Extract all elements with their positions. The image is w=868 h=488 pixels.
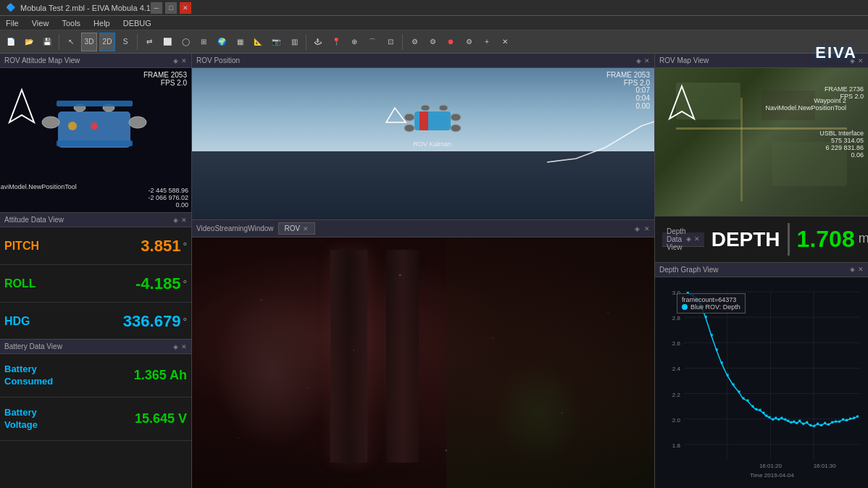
battery-data-view: Battery Data View ◈ ✕ Battery Consumed 1… bbox=[0, 340, 191, 488]
svg-rect-77 bbox=[802, 423, 804, 425]
svg-point-18 bbox=[421, 105, 430, 111]
map-coord-2: 6 229 831.86 bbox=[819, 144, 864, 151]
titlebar-icon: 🔷 bbox=[6, 3, 16, 12]
svg-rect-55 bbox=[721, 361, 723, 363]
settings3-button[interactable]: ⚙ bbox=[461, 33, 477, 51]
svg-rect-89 bbox=[846, 419, 848, 421]
measure-button[interactable]: 📐 bbox=[250, 33, 266, 51]
new-button[interactable]: 📄 bbox=[3, 33, 19, 51]
right-panel: EIVA ROV Map View ◈ ✕ bbox=[654, 54, 868, 488]
rect-button[interactable]: ⬜ bbox=[159, 33, 175, 51]
grid-button[interactable]: ⊞ bbox=[196, 33, 212, 51]
svg-rect-87 bbox=[838, 421, 840, 423]
eiva-logo: EIVA bbox=[815, 43, 857, 62]
crop-button[interactable]: ⊡ bbox=[383, 33, 398, 51]
pitch-value: 3.851 bbox=[44, 237, 180, 256]
menu-view[interactable]: View bbox=[29, 19, 52, 28]
map-rov-arrow bbox=[666, 83, 698, 122]
depth-graph-controls: ◈ ✕ bbox=[850, 266, 864, 273]
svg-rect-71 bbox=[784, 418, 786, 421]
s-button[interactable]: S bbox=[117, 33, 133, 51]
attitude-close-icon[interactable]: ✕ bbox=[181, 216, 187, 224]
svg-point-14 bbox=[404, 114, 414, 121]
svg-text:2.2: 2.2 bbox=[672, 392, 681, 398]
battery-consumed-label: Battery Consumed bbox=[4, 363, 70, 388]
menu-debug[interactable]: DEBUG bbox=[120, 19, 154, 28]
maximize-button[interactable]: □ bbox=[165, 2, 177, 14]
settings2-button[interactable]: ⚙ bbox=[425, 33, 441, 51]
attitude-frame-info: FRAME 2053 FPS 2.0 bbox=[143, 71, 187, 87]
graph-legend-dot bbox=[682, 304, 688, 310]
map-button[interactable]: 🌍 bbox=[214, 33, 230, 51]
svg-text:2.8: 2.8 bbox=[672, 315, 681, 321]
rov-position-view: ROV Position ◈ ✕ bbox=[192, 54, 654, 220]
panel-pin-icon[interactable]: ◈ bbox=[173, 57, 178, 64]
rov-attitude-title: ROV Attitude Map View bbox=[4, 56, 80, 64]
rov-position-title: ROV Position bbox=[196, 56, 240, 64]
titlebar: 🔷 Mobula Test 2.mbl - EIVA Mobula 4.1 ─ … bbox=[0, 0, 868, 16]
svg-rect-64 bbox=[762, 412, 764, 414]
navigate-button[interactable]: ⇄ bbox=[141, 33, 157, 51]
toolbar-sep-2 bbox=[137, 34, 138, 50]
battery-data-controls: ◈ ✕ bbox=[173, 343, 187, 350]
battery-voltage-row: Battery Voltage 15.645 V bbox=[0, 397, 191, 441]
menu-tools[interactable]: Tools bbox=[59, 19, 83, 28]
pin-button[interactable]: 📍 bbox=[328, 33, 344, 51]
svg-rect-57 bbox=[733, 383, 735, 385]
layers-button[interactable]: ▦ bbox=[232, 33, 248, 51]
svg-text:2.4: 2.4 bbox=[672, 366, 681, 372]
video-pin-icon[interactable]: ◈ bbox=[635, 225, 640, 232]
rov-position-canvas: ROV Kalman FRAME 2053 FPS 2.0 0:07 0:04 … bbox=[192, 68, 654, 219]
svg-point-15 bbox=[404, 125, 414, 132]
close-button[interactable]: ✕ bbox=[180, 2, 191, 14]
battery-close-icon[interactable]: ✕ bbox=[181, 343, 187, 350]
route-button[interactable]: ⌒ bbox=[364, 33, 380, 51]
video-rov-tab[interactable]: ROV ✕ bbox=[278, 222, 316, 235]
plus-button[interactable]: + bbox=[479, 33, 495, 51]
graph-tooltip: framecount=64373 Blue ROV: Depth bbox=[677, 293, 746, 314]
left-panel: ROV Attitude Map View ◈ ✕ FRAME 2053 FPS… bbox=[0, 54, 192, 488]
svg-rect-76 bbox=[798, 420, 801, 422]
battery-pin-icon[interactable]: ◈ bbox=[173, 343, 178, 350]
joystick-button[interactable]: 🕹 bbox=[310, 33, 326, 51]
attitude-pin-icon[interactable]: ◈ bbox=[173, 216, 178, 224]
open-button[interactable]: 📂 bbox=[21, 33, 37, 51]
panel-close-icon[interactable]: ✕ bbox=[181, 57, 187, 64]
depth-pin-icon[interactable]: ◈ bbox=[686, 235, 691, 243]
menu-file[interactable]: File bbox=[3, 19, 22, 28]
depth-graph-close-icon[interactable]: ✕ bbox=[858, 266, 864, 273]
svg-point-3 bbox=[129, 117, 146, 128]
2d-button[interactable]: 2D bbox=[99, 33, 115, 51]
minimize-button[interactable]: ─ bbox=[151, 2, 162, 14]
record-button[interactable]: ⏺ bbox=[443, 33, 459, 51]
record-alt-button[interactable]: ▥ bbox=[286, 33, 302, 51]
rov-pos-close-icon[interactable]: ✕ bbox=[644, 57, 650, 64]
depth-close-icon[interactable]: ✕ bbox=[694, 235, 700, 243]
video-tab-label: ROV bbox=[285, 224, 301, 232]
cam-button[interactable]: 📷 bbox=[268, 33, 284, 51]
depth-graph-pin-icon[interactable]: ◈ bbox=[850, 266, 855, 273]
hud-time-2: 0:04 bbox=[636, 94, 650, 102]
svg-rect-81 bbox=[817, 423, 819, 425]
menu-help[interactable]: Help bbox=[91, 19, 113, 28]
settings-alt-button[interactable]: ⚙ bbox=[406, 33, 422, 51]
svg-rect-58 bbox=[738, 391, 740, 393]
svg-rect-53 bbox=[711, 334, 713, 336]
circle-button[interactable]: ◯ bbox=[178, 33, 193, 51]
video-streaming-title: VideoStreamingWindow bbox=[196, 224, 274, 232]
video-tab-close-icon[interactable]: ✕ bbox=[303, 225, 309, 232]
svg-rect-85 bbox=[831, 421, 833, 424]
pointer-button[interactable]: ↖ bbox=[63, 33, 79, 51]
rov-pos-pin-icon[interactable]: ◈ bbox=[636, 57, 641, 64]
toolbar-sep-1 bbox=[59, 34, 59, 50]
battery-consumed-value: 1.365 Ah bbox=[70, 368, 187, 383]
center-panel: ROV Position ◈ ✕ bbox=[192, 54, 654, 488]
3d-button[interactable]: 3D bbox=[81, 33, 97, 51]
rov-map-close-icon[interactable]: ✕ bbox=[858, 57, 864, 64]
pin2-button[interactable]: ⊕ bbox=[346, 33, 362, 51]
svg-rect-60 bbox=[747, 400, 749, 402]
video-close-icon[interactable]: ✕ bbox=[644, 225, 650, 232]
toolbar-close-button[interactable]: ✕ bbox=[497, 33, 513, 51]
save-button[interactable]: 💾 bbox=[39, 33, 55, 51]
svg-text:16:01:20: 16:01:20 bbox=[759, 463, 783, 469]
